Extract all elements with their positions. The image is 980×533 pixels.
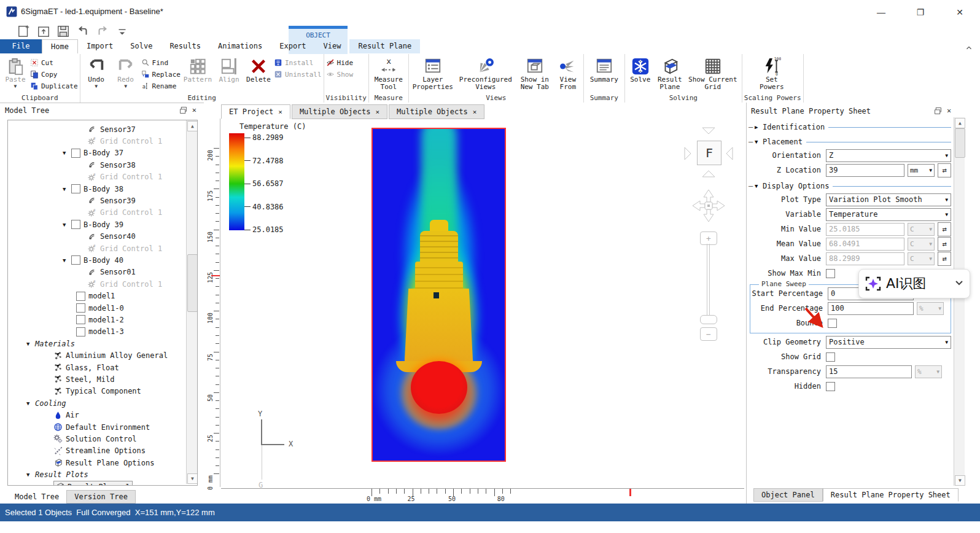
ribbon-tab-animations[interactable]: Animations (209, 39, 271, 53)
ribbon-button-cut[interactable]: Cut (30, 58, 78, 68)
z-location-input[interactable]: 39 (826, 164, 904, 177)
expand-arrow-icon[interactable]: ▼ (63, 150, 71, 156)
rotate-right-icon[interactable] (683, 146, 693, 161)
qat-open-button[interactable] (37, 25, 50, 38)
tree-item-air[interactable]: Air (53, 410, 79, 421)
end-percentage-input[interactable]: 100 (828, 302, 914, 315)
visibility-checkbox[interactable] (76, 327, 85, 337)
expand-arrow-icon[interactable]: ▼ (63, 257, 71, 263)
tree-item-result-plots[interactable]: ▼Result Plots (26, 469, 88, 481)
unit-select[interactable]: mm▼ (908, 164, 935, 177)
ribbon-button-redo[interactable]: Redo▼ (112, 55, 140, 88)
swap-units-button[interactable]: ⇄ (938, 222, 951, 236)
zoom-out-button[interactable]: − (700, 327, 717, 341)
ribbon-button-delete[interactable]: Delete (244, 55, 273, 84)
dropdown-caret-icon[interactable]: ▼ (95, 84, 98, 88)
tree-item-b-body-38[interactable]: ▼B-Body 38 (63, 183, 123, 195)
bottom-tab-result-plane-property-sheet[interactable]: Result Plane Property Sheet (823, 488, 959, 502)
ribbon-button-find[interactable]: Find (141, 58, 181, 68)
ribbon-button-replace[interactable]: Replace (141, 69, 181, 79)
view-front-button[interactable]: F (697, 141, 721, 165)
chevron-down-icon[interactable] (955, 279, 963, 288)
ribbon-tab-export[interactable]: Export (271, 39, 314, 53)
tree-scrollbar[interactable]: ▲ ▼ (186, 120, 197, 484)
tree-item-sensor01[interactable]: Sensor01 (88, 266, 136, 278)
tree-item-sensor37[interactable]: Sensor37 (88, 123, 136, 135)
thermal-result-plot[interactable] (371, 128, 506, 462)
plot-type-select[interactable]: Variation Plot Smooth▼ (826, 193, 951, 206)
expand-arrow-icon[interactable]: ▼ (63, 186, 71, 192)
orientation-select[interactable]: Z▼ (826, 149, 951, 162)
qat-save-button[interactable] (56, 25, 70, 38)
ribbon-button-measure-tool[interactable]: xMeasure Tool (371, 55, 406, 91)
close-panel-icon[interactable]: ✕ (947, 106, 951, 115)
scroll-up-icon[interactable]: ▲ (187, 121, 198, 131)
visibility-checkbox[interactable] (71, 149, 80, 158)
bottom-tab-model-tree[interactable]: Model Tree (7, 491, 66, 503)
ribbon-tab-file[interactable]: File (0, 39, 42, 53)
ribbon-button-duplicate[interactable]: Duplicate (30, 81, 78, 91)
ribbon-button-hide[interactable]: Hide (326, 58, 354, 68)
section-identification[interactable]: –▶Identification (749, 121, 951, 133)
tree-item-result-plane-1[interactable]: Result Plane 1 (53, 481, 164, 486)
ribbon-button-align[interactable]: Align (215, 55, 243, 84)
qat-undo-small-button[interactable] (76, 25, 90, 38)
ribbon-button-layer-properties[interactable]: Layer Properties (411, 55, 455, 91)
visibility-checkbox[interactable] (71, 184, 80, 193)
ribbon-button-preconfigured-views[interactable]: Preconfigured Views (456, 55, 515, 91)
tree-item-grid-control-1[interactable]: #Grid Control 1 (88, 207, 162, 219)
ribbon-tab-solve[interactable]: Solve (122, 39, 161, 53)
unit-select[interactable]: C▼ (908, 238, 935, 251)
dropdown-caret-icon[interactable]: ▼ (14, 84, 17, 88)
close-button[interactable]: ✕ (951, 5, 969, 20)
tree-item-sensor38[interactable]: Sensor38 (88, 159, 136, 171)
expand-arrow-icon[interactable]: ▼ (26, 472, 35, 478)
tree-item-result-plane-options[interactable]: Result Plane Options (53, 457, 155, 469)
show-max-min-checkbox[interactable] (826, 269, 835, 278)
tree-item-solution-control[interactable]: Solution Control (53, 433, 137, 445)
ribbon-button-solve[interactable]: Solve (627, 55, 654, 84)
tree-item-aluminium-alloy-general[interactable]: Aluminium Alloy General (53, 350, 168, 362)
ribbon-button-result-plane[interactable]: Result Plane (655, 55, 685, 91)
close-tab-icon[interactable]: × (278, 108, 282, 116)
unit-select[interactable]: %▼ (917, 302, 944, 315)
min-value-input[interactable]: 25.0185 (826, 223, 904, 236)
close-panel-icon[interactable]: ✕ (192, 106, 196, 114)
visibility-checkbox[interactable] (76, 292, 85, 301)
zoom-in-button[interactable]: + (700, 231, 717, 245)
swap-units-button[interactable]: ⇄ (938, 163, 951, 177)
document-tab-multiple-objects[interactable]: Multiple Objects× (292, 104, 387, 119)
tree-item-b-body-37[interactable]: ▼B-Body 37 (63, 147, 123, 159)
probe-point[interactable] (434, 292, 439, 298)
tree-item-model1-2[interactable]: model1-2 (76, 314, 124, 325)
ribbon-tab-results[interactable]: Results (161, 39, 209, 53)
tree-item-model1-3[interactable]: model1-3 (76, 326, 124, 338)
scroll-up-icon[interactable]: ▲ (955, 118, 965, 128)
section-display-options[interactable]: –▼Display Options (749, 180, 951, 192)
ribbon-button-pattern[interactable]: Pattern (182, 55, 214, 84)
tree-item-grid-control-1[interactable]: #Grid Control 1 (88, 278, 162, 290)
ribbon-button-summary[interactable]: Summary (586, 55, 623, 84)
tree-item-streamline-options[interactable]: Streamline Options (53, 445, 146, 457)
mean-value-input[interactable]: 68.0491 (826, 238, 904, 251)
ribbon-tab-import[interactable]: Import (78, 39, 122, 53)
ribbon-button-copy[interactable]: Copy (30, 69, 78, 79)
expand-arrow-icon[interactable]: ▼ (26, 341, 35, 347)
pan-control[interactable] (690, 187, 727, 224)
tree-item-materials[interactable]: ▼Materials (26, 338, 75, 349)
minimize-button[interactable]: — (872, 5, 890, 20)
ribbon-tab-home[interactable]: Home (42, 39, 78, 53)
tree-item-grid-control-1[interactable]: #Grid Control 1 (88, 243, 162, 254)
tree-item-default-environment[interactable]: Default Environment (53, 421, 150, 433)
swap-units-button[interactable]: ⇄ (938, 252, 951, 266)
rotate-up-icon[interactable] (701, 169, 717, 179)
ribbon-button-view-from[interactable]: View From (554, 55, 581, 91)
tree-item-grid-control-1[interactable]: #Grid Control 1 (88, 135, 162, 147)
unit-select[interactable]: C▼ (908, 252, 935, 265)
scroll-thumb[interactable] (187, 254, 198, 312)
tree-item-cooling[interactable]: ▼Cooling (26, 397, 66, 409)
sheet-scrollbar[interactable]: ▲ ▼ (954, 117, 965, 486)
ribbon-tab-result-plane[interactable]: Result Plane (349, 39, 420, 53)
close-tab-icon[interactable]: × (473, 108, 477, 116)
scroll-thumb[interactable] (955, 128, 965, 158)
